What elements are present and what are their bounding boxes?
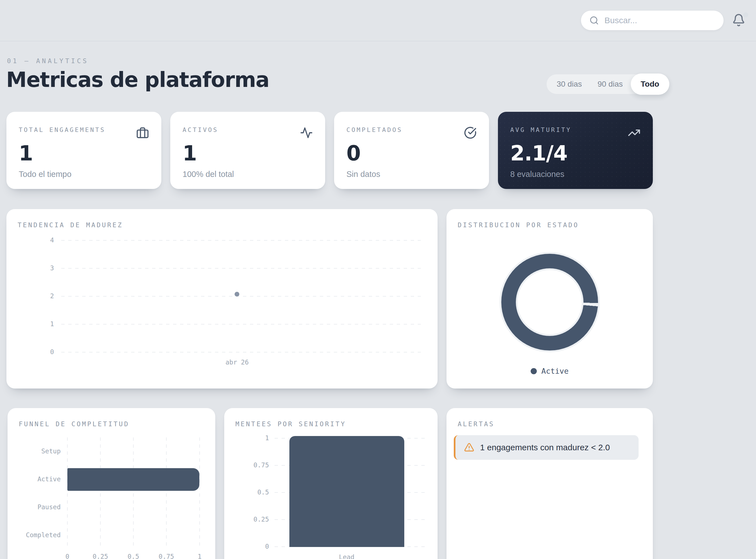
category-label: Completed bbox=[13, 531, 61, 539]
stat-value: 1 bbox=[182, 143, 313, 163]
y-tick: 0.75 bbox=[236, 462, 269, 469]
data-point-abr26 bbox=[235, 292, 239, 296]
x-tick: 0.75 bbox=[158, 553, 174, 559]
legend-dot-active bbox=[531, 368, 537, 374]
stat-label: TOTAL ENGAGEMENTS bbox=[19, 126, 149, 133]
x-tick: 0.25 bbox=[92, 553, 108, 559]
chart-card-mentees-seniority: MENTEES POR SENIORITY 1 0.75 0.5 0.25 0 … bbox=[224, 408, 438, 559]
chart-card-funnel-completitud: FUNNEL DE COMPLETITUD Setup Active Pause… bbox=[7, 408, 215, 559]
stat-label: ACTIVOS bbox=[182, 126, 313, 133]
x-category-label: Lead bbox=[339, 553, 354, 559]
y-tick: 0 bbox=[236, 543, 269, 550]
gridline bbox=[100, 438, 101, 549]
alert-item: 1 engagements con madurez < 2.0 bbox=[454, 435, 639, 460]
x-tick: 0.5 bbox=[128, 553, 139, 559]
section-label: 01 — ANALYTICS bbox=[7, 57, 89, 65]
stat-card-avg-maturity: AVG MATURITY 2.1/4 8 evaluaciones bbox=[498, 112, 653, 189]
category-label: Active bbox=[13, 475, 61, 483]
tab-90-dias[interactable]: 90 dias bbox=[590, 80, 630, 89]
briefcase-icon bbox=[136, 126, 149, 139]
alerts-title: ALERTAS bbox=[458, 420, 495, 428]
bar-active bbox=[67, 468, 199, 491]
bar-lead bbox=[289, 436, 404, 547]
stat-label: AVG MATURITY bbox=[510, 126, 641, 133]
chart-title: DISTRIBUCION POR ESTADO bbox=[458, 221, 579, 229]
gridline bbox=[61, 240, 421, 241]
search-icon bbox=[590, 16, 599, 25]
gridline bbox=[133, 438, 134, 549]
gridline bbox=[199, 438, 200, 549]
check-circle-icon bbox=[464, 126, 477, 139]
category-label: Paused bbox=[13, 504, 61, 511]
chart-title: FUNNEL DE COMPLETITUD bbox=[19, 420, 130, 428]
gridline bbox=[166, 438, 166, 549]
stat-card-activos: ACTIVOS 1 100% del total bbox=[170, 112, 325, 189]
gridline bbox=[61, 352, 421, 353]
y-tick: 2 bbox=[23, 292, 54, 299]
search-box[interactable] bbox=[581, 10, 724, 30]
chart-title: MENTEES POR SENIORITY bbox=[236, 420, 346, 428]
x-tick: 1 bbox=[198, 553, 202, 559]
y-tick: 1 bbox=[23, 320, 54, 328]
alert-text: 1 engagements con madurez < 2.0 bbox=[480, 443, 610, 452]
search-input[interactable] bbox=[604, 16, 715, 25]
stat-value: 1 bbox=[19, 143, 149, 163]
tab-30-dias[interactable]: 30 dias bbox=[549, 80, 590, 89]
gridline bbox=[61, 324, 421, 325]
chart-card-distribucion-estado: DISTRIBUCION POR ESTADO Active bbox=[446, 209, 653, 388]
category-label: Setup bbox=[13, 447, 61, 455]
trending-up-icon bbox=[628, 126, 641, 139]
activity-icon bbox=[300, 126, 313, 139]
legend-label: Active bbox=[541, 367, 569, 375]
y-tick: 3 bbox=[23, 264, 54, 272]
time-range-tabs: 30 dias 90 dias Todo bbox=[547, 74, 653, 94]
warning-triangle-icon bbox=[464, 442, 474, 453]
stat-card-total-engagements: TOTAL ENGAGEMENTS 1 Todo el tiempo bbox=[6, 112, 161, 189]
tab-todo[interactable]: Todo bbox=[631, 73, 669, 95]
x-tick: abr 26 bbox=[225, 359, 248, 366]
gridline bbox=[61, 268, 421, 269]
stat-subtext: 8 evaluaciones bbox=[510, 170, 641, 179]
stat-subtext: Todo el tiempo bbox=[19, 170, 149, 179]
y-tick: 4 bbox=[23, 237, 54, 244]
notification-dot bbox=[743, 12, 748, 17]
y-tick: 1 bbox=[236, 434, 269, 442]
donut-legend: Active bbox=[446, 367, 653, 375]
y-tick: 0.25 bbox=[236, 516, 269, 523]
stat-value: 0 bbox=[347, 143, 477, 163]
alerts-card: ALERTAS 1 engagements con madurez < 2.0 bbox=[446, 408, 653, 559]
x-tick: 0 bbox=[65, 553, 69, 559]
y-tick: 0 bbox=[23, 348, 54, 356]
y-tick: 0.5 bbox=[236, 489, 269, 496]
chart-title: TENDENCIA DE MADUREZ bbox=[18, 221, 123, 229]
top-bar bbox=[0, 0, 756, 41]
chart-card-tendencia-madurez: TENDENCIA DE MADUREZ 4 3 2 1 0 abr 26 bbox=[6, 209, 438, 388]
stat-value: 2.1/4 bbox=[510, 143, 641, 163]
notifications-button[interactable] bbox=[732, 14, 748, 29]
gridline bbox=[61, 296, 421, 296]
page-title: Metricas de plataforma bbox=[6, 68, 269, 92]
stat-subtext: 100% del total bbox=[182, 170, 313, 179]
stat-card-completados: COMPLETADOS 0 Sin datos bbox=[334, 112, 489, 189]
stat-subtext: Sin datos bbox=[347, 170, 477, 179]
gridline bbox=[67, 438, 68, 549]
stat-label: COMPLETADOS bbox=[347, 126, 477, 133]
donut-chart bbox=[501, 254, 598, 351]
